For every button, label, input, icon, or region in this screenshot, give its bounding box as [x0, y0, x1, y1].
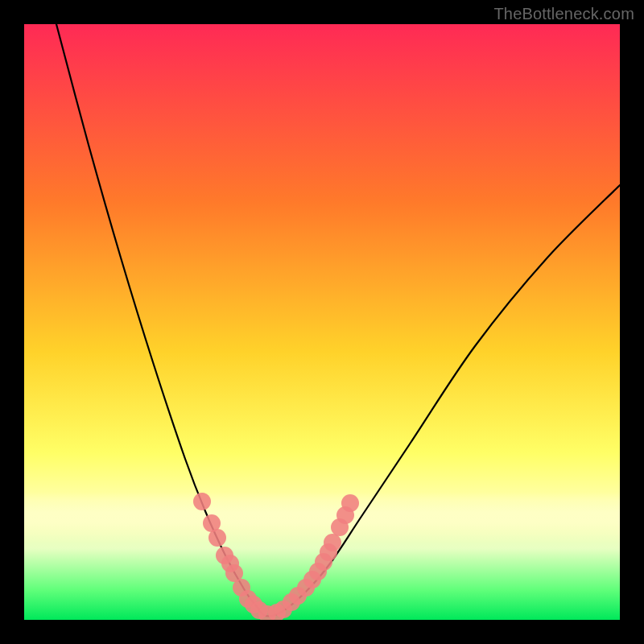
marker-dot [193, 493, 211, 510]
marker-dot [324, 534, 341, 551]
marker-group [193, 493, 359, 620]
curve-layer [24, 24, 620, 620]
marker-dot [341, 494, 359, 512]
marker-dot [208, 529, 226, 547]
watermark-text: TheBottleneck.com [493, 5, 634, 23]
plot-frame [24, 24, 620, 620]
